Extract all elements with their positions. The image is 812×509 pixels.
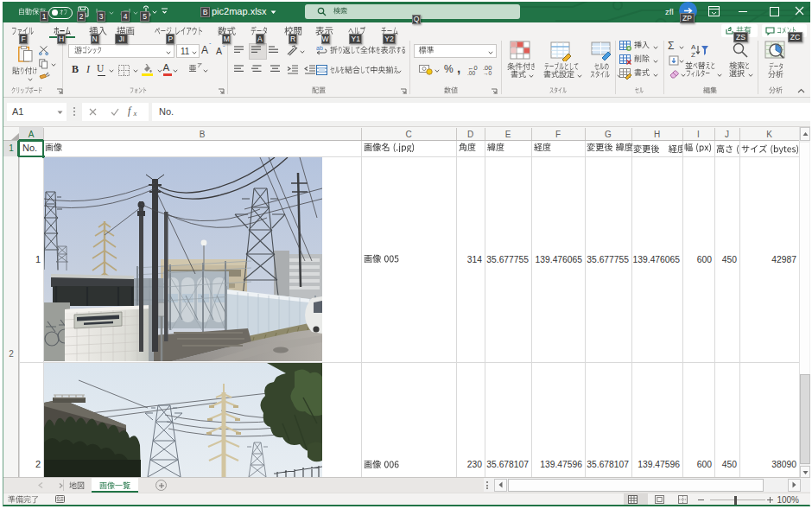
svg-text:→0: →0 [483,70,492,75]
svg-text:.00: .00 [467,70,475,75]
svg-text:A: A [691,43,696,51]
svg-text:ab: ab [316,45,323,51]
svg-text:Z: Z [691,51,695,59]
